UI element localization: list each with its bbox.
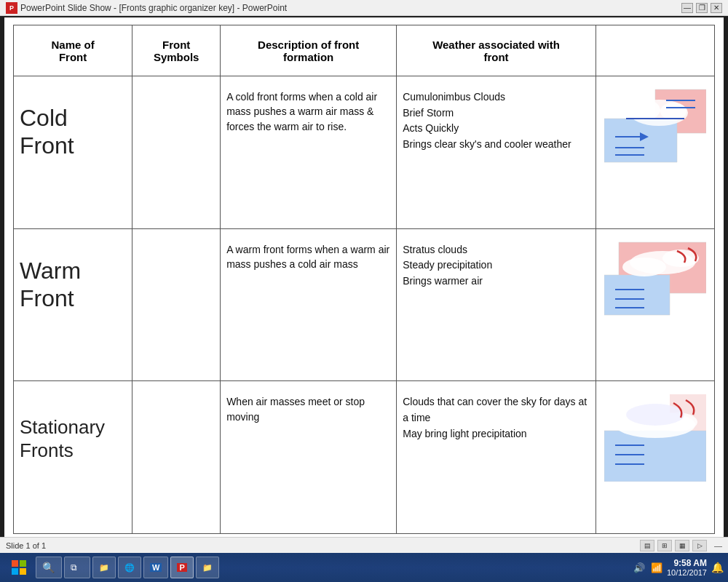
header-row: Name ofFront FrontSymbols Description of… <box>14 25 715 76</box>
cold-front-desc: A cold front forms when a cold air mass … <box>226 82 390 134</box>
image-cell-stationary <box>596 381 714 534</box>
warm-front-weather: Stratus cloudsSteady precipitationBrings… <box>403 235 590 290</box>
desc-cell-cold: A cold front forms when a cold air mass … <box>221 76 397 229</box>
slide-sorter-icon[interactable]: ⊞ <box>657 540 672 551</box>
search-button[interactable]: 🔍 <box>36 557 62 578</box>
file-explorer-button[interactable]: 📁 <box>92 557 116 578</box>
clock-time: 9:58 AM <box>667 558 707 568</box>
status-right: ▤ ⊞ ▦ ▷ — <box>640 540 722 551</box>
word-button[interactable]: W <box>143 557 168 578</box>
taskbar: 🔍 ⧉ 📁 🌐 W P 📁 🔊 📶 9:58 <box>0 553 728 582</box>
clock-date: 10/12/2017 <box>667 568 707 577</box>
table-row: StationaryFronts When air masses meet or… <box>14 381 715 534</box>
chrome-button[interactable]: 🌐 <box>118 557 141 578</box>
svg-marker-19 <box>604 431 706 482</box>
svg-rect-28 <box>12 560 18 567</box>
organizer-table: Name ofFront FrontSymbols Description of… <box>13 25 715 534</box>
search-icon: 🔍 <box>42 562 55 573</box>
system-tray: 🔊 📶 <box>633 562 662 573</box>
powerpoint-button[interactable]: P <box>170 557 193 578</box>
front-name-cell: StationaryFronts <box>14 381 132 534</box>
slideshow-icon[interactable]: ▷ <box>692 540 707 551</box>
weather-cell-warm: Stratus cloudsSteady precipitationBrings… <box>397 228 596 381</box>
stationary-front-weather: Clouds that can cover the sky for days a… <box>403 387 590 442</box>
cold-front-diagram <box>604 82 706 170</box>
task-view-icon: ⧉ <box>71 562 77 573</box>
taskbar-right: 🔊 📶 9:58 AM 10/12/2017 🔔 <box>633 558 724 577</box>
title-bar-left: P PowerPoint Slide Show - [Fronts graphi… <box>6 2 287 14</box>
task-view-button[interactable]: ⧉ <box>64 557 90 578</box>
stationary-front-name: StationaryFronts <box>20 387 126 461</box>
svg-rect-31 <box>20 568 26 575</box>
reading-view-icon[interactable]: ▦ <box>675 540 689 551</box>
slide-info: Slide 1 of 1 <box>6 541 46 550</box>
svg-rect-30 <box>12 568 18 575</box>
stationary-front-desc: When air masses meet or stop moving <box>226 387 390 424</box>
zoom-level: — <box>714 541 722 550</box>
word-icon: W <box>150 563 162 572</box>
window-controls[interactable]: — ❐ ✕ <box>681 3 722 13</box>
svg-point-14 <box>622 258 666 276</box>
window-title: PowerPoint Slide Show - [Fronts graphic … <box>20 3 287 13</box>
image-cell-cold <box>596 76 714 229</box>
notification-icon[interactable]: 🔔 <box>711 562 724 573</box>
col-header-name: Name ofFront <box>14 25 132 76</box>
warm-front-diagram <box>604 235 706 322</box>
table-row: WarmFront A warm front forms when a warm… <box>14 228 715 381</box>
svg-point-3 <box>628 100 660 120</box>
minimize-button[interactable]: — <box>681 3 693 13</box>
warm-front-name: WarmFront <box>20 235 126 313</box>
cold-front-name: ColdFront <box>20 82 126 160</box>
symbol-cell-warm <box>132 228 221 381</box>
windows-logo-icon <box>12 560 26 575</box>
chrome-icon: 🌐 <box>124 563 135 573</box>
svg-rect-29 <box>20 560 26 567</box>
cold-front-weather: Cumulonimbus CloudsBrief StormActs Quick… <box>403 82 590 153</box>
col-header-image <box>596 25 714 76</box>
desc-cell-stationary: When air masses meet or stop moving <box>221 381 397 534</box>
front-name-cell: ColdFront <box>14 76 132 229</box>
desc-cell-warm: A warm front forms when a warm air mass … <box>221 228 397 381</box>
start-button[interactable] <box>4 556 33 579</box>
svg-point-4 <box>660 103 687 120</box>
status-bar: Slide 1 of 1 ▤ ⊞ ▦ ▷ — <box>0 537 728 553</box>
weather-cell-cold: Cumulonimbus CloudsBrief StormActs Quick… <box>397 76 596 229</box>
folder-icon: 📁 <box>99 563 109 573</box>
col-header-desc: Description of frontformation <box>221 25 397 76</box>
ppt-icon: P <box>177 563 186 572</box>
view-icons[interactable]: ▤ ⊞ ▦ ▷ <box>640 540 707 551</box>
app-icon: P <box>6 2 17 14</box>
folder2-icon: 📁 <box>202 563 213 573</box>
front-name-cell: WarmFront <box>14 228 132 381</box>
normal-view-icon[interactable]: ▤ <box>640 540 654 551</box>
volume-icon[interactable]: 📶 <box>651 562 662 573</box>
system-clock[interactable]: 9:58 AM 10/12/2017 <box>667 558 707 577</box>
table-row: ColdFront A cold front forms when a cold… <box>14 76 715 229</box>
image-cell-warm <box>596 228 714 381</box>
restore-button[interactable]: ❐ <box>696 3 708 13</box>
col-header-weather: Weather associated withfront <box>397 25 596 76</box>
weather-cell-stationary: Clouds that can cover the sky for days a… <box>397 381 596 534</box>
close-button[interactable]: ✕ <box>711 3 722 13</box>
network-icon[interactable]: 🔊 <box>633 562 645 573</box>
symbol-cell-cold <box>132 76 221 229</box>
stationary-front-diagram <box>604 387 706 482</box>
svg-point-24 <box>626 404 684 426</box>
warm-front-desc: A warm front forms when a warm air mass … <box>226 235 390 272</box>
folder2-button[interactable]: 📁 <box>196 557 219 578</box>
slide-container: Name ofFront FrontSymbols Description of… <box>4 17 724 549</box>
col-header-symbol: FrontSymbols <box>132 25 221 76</box>
symbol-cell-stationary <box>132 381 221 534</box>
svg-marker-12 <box>604 275 670 315</box>
title-bar: P PowerPoint Slide Show - [Fronts graphi… <box>0 0 728 16</box>
taskbar-left: 🔍 ⧉ 📁 🌐 W P 📁 <box>4 556 219 579</box>
